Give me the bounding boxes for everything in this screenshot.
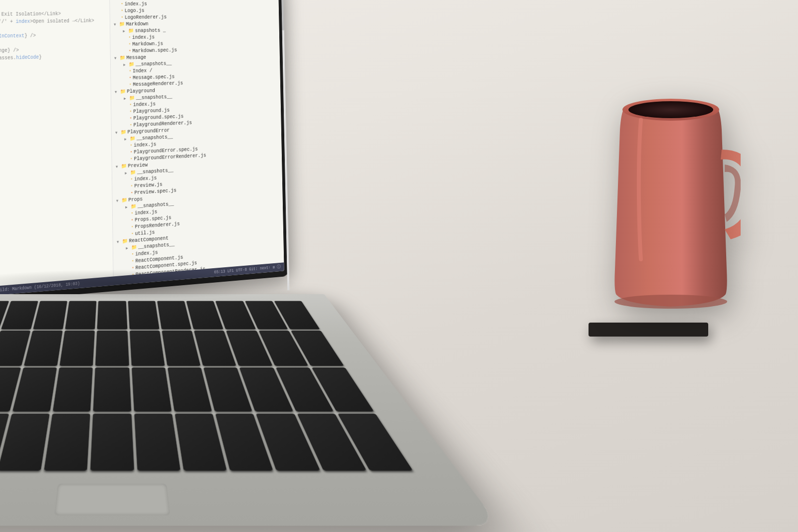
file-tree: ▪ index.js ▪ Logo.js ▪ [110, 0, 284, 276]
code-line-6: se={classes.hideCode} [0, 52, 110, 62]
screen-body: ink}> name}← Exit Isolation</Link> ame +… [0, 0, 284, 288]
key[interactable] [134, 413, 181, 471]
trackpad[interactable] [54, 484, 171, 516]
key[interactable] [93, 367, 131, 411]
code-panel: ink}> name}← Exit Isolation</Link> ame +… [0, 0, 114, 288]
key[interactable] [91, 413, 134, 471]
laptop-screen-area: ink}> name}← Exit Isolation</Link> ame +… [0, 0, 289, 303]
key[interactable] [96, 331, 129, 365]
svg-point-2 [614, 295, 727, 309]
key[interactable] [162, 331, 200, 365]
screen-bezel: ink}> name}← Exit Isolation</Link> ame +… [0, 0, 289, 303]
coffee-mug-area [601, 50, 741, 332]
coffee-cup-svg [601, 50, 741, 329]
screen-inner: ink}> name}← Exit Isolation</Link> ame +… [0, 0, 284, 297]
key[interactable] [157, 301, 192, 330]
key[interactable] [60, 331, 95, 365]
key[interactable] [44, 413, 90, 471]
key[interactable] [24, 331, 63, 365]
key[interactable] [65, 301, 97, 330]
key[interactable] [33, 301, 67, 330]
key[interactable] [97, 301, 127, 330]
svg-point-1 [628, 101, 713, 118]
key[interactable] [0, 413, 50, 471]
file-tree-panel: ▪ index.js ▪ Logo.js ▪ [110, 0, 284, 276]
key[interactable] [130, 331, 165, 365]
key[interactable] [128, 301, 159, 330]
key[interactable] [53, 367, 93, 411]
key[interactable] [132, 367, 172, 411]
